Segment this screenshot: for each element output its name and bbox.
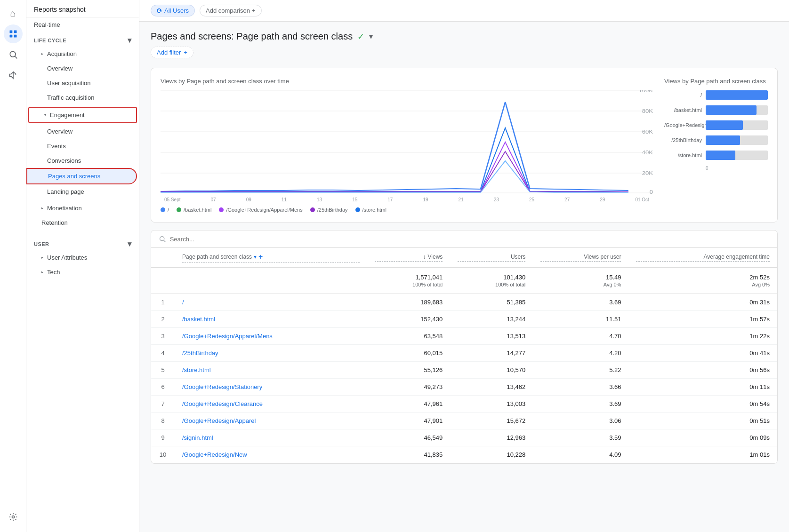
monetisation-toggle[interactable]: ▸ Monetisation <box>26 201 139 215</box>
table-row: 3 /Google+Redesign/Apparel/Mens 63,548 1… <box>151 328 777 345</box>
acquisition-overview-link[interactable]: Overview <box>26 61 139 76</box>
icon-rail: ⌂ <box>0 0 26 532</box>
table-row: 4 /25thBirthday 60,015 14,277 4.20 0m 41… <box>151 345 777 362</box>
path-cell[interactable]: /Google+Redesign/Apparel/Mens <box>175 328 367 345</box>
user-attributes-bullet: ▸ <box>41 255 43 260</box>
views-header-inner: ↓ Views <box>375 254 443 262</box>
path-cell[interactable]: /signin.html <box>175 429 367 446</box>
all-users-segment[interactable]: A All Users <box>151 5 195 16</box>
home-icon[interactable]: ⌂ <box>4 4 23 23</box>
rank-cell: 5 <box>151 362 175 379</box>
user-acquisition-link[interactable]: User acquisition <box>26 76 139 90</box>
bar-chart-title: Views by Page path and screen class <box>664 78 768 85</box>
conversions-link[interactable]: Conversions <box>26 153 139 168</box>
totals-rank-cell <box>151 268 175 294</box>
events-link[interactable]: Events <box>26 139 139 153</box>
analytics-icon[interactable] <box>4 24 23 43</box>
add-comparison-plus-icon: + <box>252 7 256 14</box>
vpu-cell: 3.66 <box>533 379 628 396</box>
add-filter-label: Add filter <box>157 49 181 56</box>
bar-track-apparel <box>706 120 768 130</box>
vpu-cell: 4.70 <box>533 328 628 345</box>
path-column-header[interactable]: Page path and screen class ▾ + <box>175 248 367 268</box>
path-cell[interactable]: /store.html <box>175 362 367 379</box>
path-cell[interactable]: / <box>175 294 367 311</box>
bar-label-slash: / <box>664 92 702 98</box>
lifecycle-section[interactable]: Life cycle ▾ <box>26 32 139 47</box>
line-chart-wrap: 100K 80K 60K 40K 20K 0 <box>161 90 653 195</box>
totals-engagement-cell: 2m 52s Avg 0% <box>628 268 777 294</box>
views-cell: 152,430 <box>367 311 450 328</box>
table-body: 1,571,041 100% of total 101,430 100% of … <box>151 268 777 463</box>
bar-fill-store <box>706 151 735 160</box>
avg-engagement-column-header[interactable]: Average engagement time <box>628 248 777 268</box>
views-per-user-column-header[interactable]: Views per user <box>533 248 628 268</box>
views-cell: 63,548 <box>367 328 450 345</box>
vpu-cell: 3.69 <box>533 294 628 311</box>
rank-cell: 6 <box>151 379 175 396</box>
user-attributes-toggle[interactable]: ▸ User Attributes <box>26 250 139 265</box>
engagement-cell: 0m 31s <box>628 294 777 311</box>
add-comparison-label: Add comparison <box>206 7 250 14</box>
engagement-overview-link[interactable]: Overview <box>26 124 139 139</box>
users-cell: 51,385 <box>450 294 533 311</box>
legend-dot-basket <box>177 207 181 212</box>
line-chart-title: Views by Page path and screen class over… <box>161 78 653 85</box>
svg-text:100K: 100K <box>638 90 653 93</box>
rank-cell: 9 <box>151 429 175 446</box>
path-column-dropdown-icon[interactable]: ▾ <box>254 254 257 260</box>
views-cell: 41,835 <box>367 446 450 463</box>
bar-axis-label: 0 <box>664 166 768 171</box>
x-axis-labels: 05 Sept07091113151719212325272901 Oct <box>161 197 653 202</box>
path-cell[interactable]: /Google+Redesign/Stationery <box>175 379 367 396</box>
views-cell: 55,126 <box>367 362 450 379</box>
svg-point-19 <box>160 237 164 241</box>
search-circle-icon[interactable] <box>4 45 23 64</box>
users-cell: 13,003 <box>450 396 533 413</box>
add-comparison-button[interactable]: Add comparison + <box>200 5 262 16</box>
title-dropdown-icon[interactable]: ▾ <box>369 32 373 41</box>
realtime-link[interactable]: Real-time <box>26 17 139 32</box>
path-cell[interactable]: /basket.html <box>175 311 367 328</box>
vpu-cell: 5.22 <box>533 362 628 379</box>
add-column-icon[interactable]: + <box>258 253 263 261</box>
svg-line-5 <box>15 56 17 59</box>
vpu-cell: 3.69 <box>533 396 628 413</box>
rank-cell: 10 <box>151 446 175 463</box>
rank-cell: 3 <box>151 328 175 345</box>
legend-dot-birthday <box>310 207 315 212</box>
bar-label-birthday: /25thBirthday <box>664 137 702 143</box>
table-search-icon <box>159 235 166 243</box>
path-cell[interactable]: /Google+Redesign/Apparel <box>175 413 367 429</box>
svg-rect-1 <box>14 31 16 33</box>
megaphone-icon[interactable] <box>4 66 23 85</box>
verified-icon: ✓ <box>357 32 364 42</box>
views-column-header[interactable]: ↓ Views <box>367 248 450 268</box>
reports-snapshot-link[interactable]: Reports snapshot <box>26 0 139 17</box>
users-column-header[interactable]: Users <box>450 248 533 268</box>
pages-and-screens-link[interactable]: Pages and screens <box>26 168 137 184</box>
traffic-acquisition-link[interactable]: Traffic acquisition <box>26 90 139 105</box>
add-filter-button[interactable]: Add filter + <box>151 47 193 58</box>
svg-text:40K: 40K <box>642 150 653 155</box>
tech-toggle[interactable]: ▸ Tech <box>26 265 139 279</box>
table-row: 1 / 189,683 51,385 3.69 0m 31s <box>151 294 777 311</box>
path-cell[interactable]: /25thBirthday <box>175 345 367 362</box>
bar-track-slash <box>706 90 768 100</box>
retention-link[interactable]: Retention <box>26 215 139 230</box>
path-cell[interactable]: /Google+Redesign/New <box>175 446 367 463</box>
table-search-input[interactable] <box>170 236 770 243</box>
user-section[interactable]: User ▾ <box>26 236 139 250</box>
bar-chart-wrap: / /basket.html /Google+Redesign/Apparel/… <box>664 90 768 171</box>
bar-label-apparel: /Google+Redesign/Apparel/... <box>664 122 702 128</box>
bar-item-birthday: /25thBirthday <box>664 135 768 145</box>
users-cell: 15,672 <box>450 413 533 429</box>
landing-page-link[interactable]: Landing page <box>26 184 139 199</box>
data-table-container: Page path and screen class ▾ + ↓ Views <box>151 230 778 464</box>
svg-point-6 <box>12 516 14 518</box>
path-cell[interactable]: /Google+Redesign/Clearance <box>175 396 367 413</box>
settings-icon[interactable] <box>4 508 23 526</box>
bar-track-birthday <box>706 135 768 145</box>
engagement-toggle[interactable]: ▾ Engagement <box>28 107 137 123</box>
acquisition-toggle[interactable]: ▸ Acquisition <box>26 47 139 61</box>
